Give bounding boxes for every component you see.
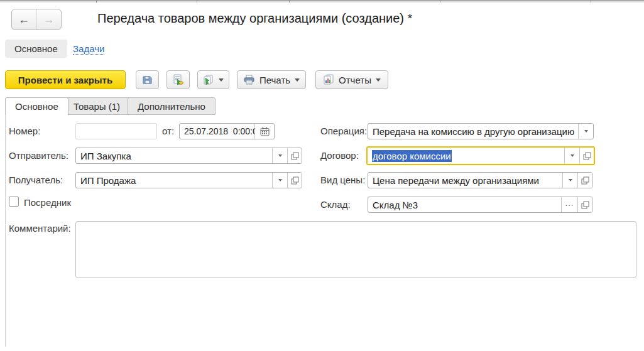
open-form-icon xyxy=(291,152,299,160)
back-arrow-icon: ← xyxy=(18,13,30,26)
intermediary-label[interactable]: Посредник xyxy=(24,197,71,208)
top-edge-tick xyxy=(591,0,591,3)
contract-dropdown-button[interactable] xyxy=(564,148,579,164)
top-edge-tick xyxy=(96,0,97,3)
receiver-label: Получатель: xyxy=(9,175,63,185)
comment-textarea[interactable] xyxy=(75,221,636,278)
operation-dropdown-button[interactable] xyxy=(578,124,593,139)
receiver-dropdown-button[interactable] xyxy=(272,173,287,188)
chevron-down-icon xyxy=(376,78,381,82)
printer-icon xyxy=(243,74,255,85)
price-kind-field: Цена передачи между организациями xyxy=(368,172,592,188)
intermediary-checkbox[interactable] xyxy=(9,197,19,207)
create-based-on-button[interactable] xyxy=(197,70,229,89)
page-title: Передача товаров между организациями (со… xyxy=(97,11,412,26)
top-edge-tick xyxy=(197,0,197,3)
contract-label: Договор: xyxy=(320,150,359,161)
sender-dropdown-button[interactable] xyxy=(272,148,287,163)
receiver-field: ИП Продажа xyxy=(75,172,302,188)
tab-additional[interactable]: Дополнительно xyxy=(128,97,216,115)
warehouse-input[interactable]: Склад №3 xyxy=(368,197,561,212)
price-kind-open-button[interactable] xyxy=(577,173,592,188)
comment-label: Комментарий: xyxy=(9,223,71,234)
date-input[interactable]: 25.07.2018 0:00:00 xyxy=(180,124,254,139)
receiver-input[interactable]: ИП Продажа xyxy=(76,173,272,188)
contract-field: договор комиссии xyxy=(366,146,595,165)
open-form-icon xyxy=(291,176,299,185)
chevron-down-icon xyxy=(584,130,588,132)
nav-section-tasks[interactable]: Задачи xyxy=(73,43,104,55)
reports-button-label: Отчеты xyxy=(339,75,371,85)
sender-open-button[interactable] xyxy=(287,148,302,163)
chevron-down-icon xyxy=(569,179,572,181)
contract-open-button[interactable] xyxy=(579,148,594,164)
warehouse-select-button[interactable]: ... xyxy=(561,197,577,212)
save-button[interactable] xyxy=(136,70,159,89)
chevron-down-icon xyxy=(219,78,224,82)
tab-panel-left-border xyxy=(5,115,6,347)
date-field: 25.07.2018 0:00:00 xyxy=(179,123,275,139)
date-label: от: xyxy=(162,126,174,136)
warehouse-open-button[interactable] xyxy=(577,197,592,212)
forward-arrow-icon: → xyxy=(43,13,55,26)
warehouse-field: Склад №3 ... xyxy=(368,197,592,213)
top-edge-tick xyxy=(440,0,440,3)
print-button-label: Печать xyxy=(259,75,290,85)
operation-field: Передача на комиссию в другую организаци… xyxy=(368,123,594,139)
create-based-on-icon xyxy=(203,74,214,85)
open-form-icon xyxy=(581,201,589,209)
chevron-down-icon xyxy=(570,154,574,157)
report-chart-icon xyxy=(323,74,334,85)
reports-button[interactable]: Отчеты xyxy=(315,70,388,89)
operation-label: Операция: xyxy=(320,126,367,136)
nav-section-main[interactable]: Основное xyxy=(5,40,67,58)
operation-input[interactable]: Передача на комиссию в другую организаци… xyxy=(368,124,578,139)
open-form-icon xyxy=(583,152,591,160)
number-label: Номер: xyxy=(9,126,40,136)
tab-goods[interactable]: Товары (1) xyxy=(63,97,130,115)
post-document-icon xyxy=(173,74,184,85)
receiver-open-button[interactable] xyxy=(287,173,302,188)
sender-field: ИП Закупка xyxy=(75,148,302,164)
back-button[interactable]: ← xyxy=(12,9,36,30)
floppy-disk-icon xyxy=(142,75,153,85)
date-calendar-button[interactable] xyxy=(254,124,274,139)
price-kind-dropdown-button[interactable] xyxy=(562,173,577,188)
warehouse-label: Склад: xyxy=(320,199,351,210)
top-edge-tick xyxy=(289,0,290,3)
print-button[interactable]: Печать xyxy=(237,70,306,89)
price-kind-input[interactable]: Цена передачи между организациями xyxy=(368,173,562,188)
contract-input[interactable]: договор комиссии xyxy=(368,148,564,164)
post-and-close-button[interactable]: Провести и закрыть xyxy=(5,70,126,89)
sender-label: Отправитель: xyxy=(9,150,68,161)
number-input[interactable] xyxy=(75,123,157,139)
selected-text: договор комиссии xyxy=(372,150,452,162)
chevron-down-icon xyxy=(278,179,282,181)
calendar-icon xyxy=(260,127,270,136)
post-document-button[interactable] xyxy=(166,70,190,89)
document-window: ← → Передача товаров между организациями… xyxy=(0,0,644,351)
history-nav: ← → xyxy=(11,9,62,30)
sender-input[interactable]: ИП Закупка xyxy=(76,148,272,163)
open-form-icon xyxy=(581,176,589,185)
price-kind-label: Вид цены: xyxy=(320,175,365,185)
chevron-down-icon xyxy=(278,154,282,157)
tab-main[interactable]: Основное xyxy=(5,97,68,116)
chevron-down-icon xyxy=(295,78,300,82)
forward-button[interactable]: → xyxy=(36,9,61,30)
